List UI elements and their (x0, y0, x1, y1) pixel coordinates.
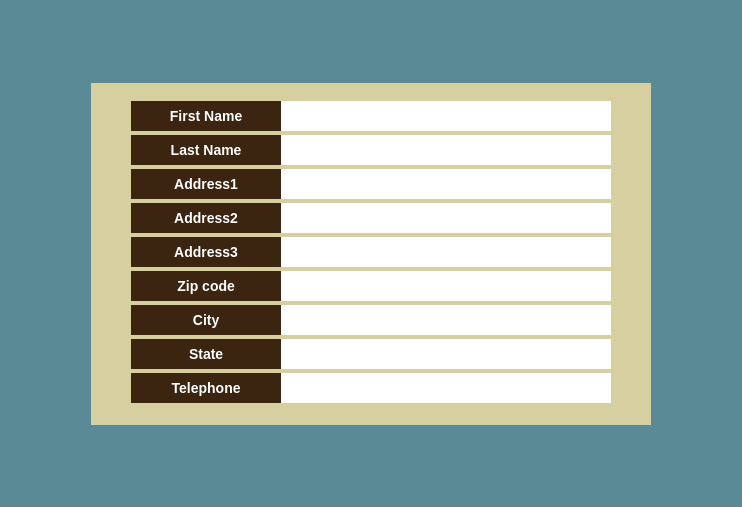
input-zip-code[interactable] (281, 271, 611, 301)
form-row-address2: Address2 (131, 203, 611, 233)
input-telephone[interactable] (281, 373, 611, 403)
form-row-zip-code: Zip code (131, 271, 611, 301)
label-address3: Address3 (131, 237, 281, 267)
form-row-last-name: Last Name (131, 135, 611, 165)
label-telephone: Telephone (131, 373, 281, 403)
label-zip-code: Zip code (131, 271, 281, 301)
form-row-first-name: First Name (131, 101, 611, 131)
form-row-address3: Address3 (131, 237, 611, 267)
label-address2: Address2 (131, 203, 281, 233)
input-address2[interactable] (281, 203, 611, 233)
form-container: First NameLast NameAddress1Address2Addre… (91, 83, 651, 425)
input-state[interactable] (281, 339, 611, 369)
label-address1: Address1 (131, 169, 281, 199)
input-address3[interactable] (281, 237, 611, 267)
form-row-city: City (131, 305, 611, 335)
input-first-name[interactable] (281, 101, 611, 131)
form-row-telephone: Telephone (131, 373, 611, 403)
form-row-address1: Address1 (131, 169, 611, 199)
input-address1[interactable] (281, 169, 611, 199)
label-city: City (131, 305, 281, 335)
form-row-state: State (131, 339, 611, 369)
label-last-name: Last Name (131, 135, 281, 165)
input-city[interactable] (281, 305, 611, 335)
input-last-name[interactable] (281, 135, 611, 165)
label-first-name: First Name (131, 101, 281, 131)
label-state: State (131, 339, 281, 369)
